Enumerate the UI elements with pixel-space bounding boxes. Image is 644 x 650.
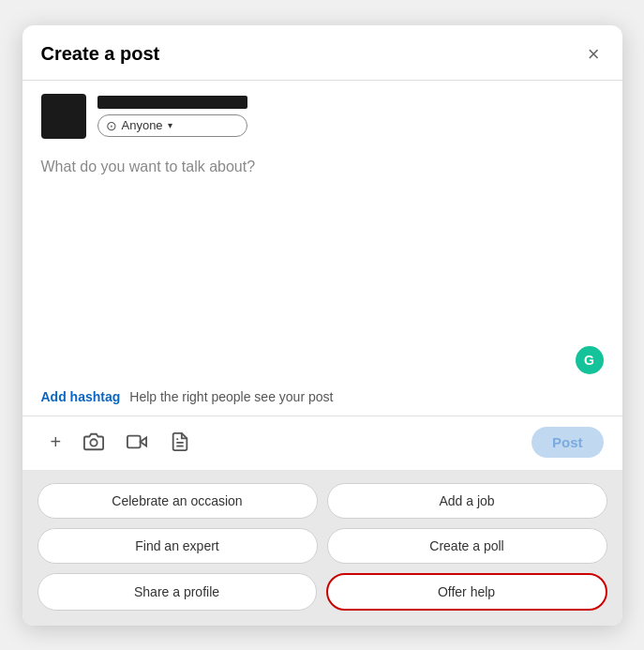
globe-icon: ⊙ [106, 118, 117, 133]
options-row-2: Find an expert Create a poll [37, 528, 607, 564]
camera-icon [83, 431, 104, 452]
audience-label: Anyone [122, 118, 163, 132]
celebrate-occasion-button[interactable]: Celebrate an occasion [37, 483, 318, 519]
grammarly-button[interactable]: G [576, 346, 604, 374]
video-button[interactable] [117, 426, 157, 458]
user-section: ⊙ Anyone ▾ [22, 81, 622, 148]
options-row-1: Celebrate an occasion Add a job [37, 483, 607, 519]
offer-help-button[interactable]: Offer help [326, 573, 607, 611]
modal-title: Create a post [41, 43, 160, 65]
avatar [41, 94, 86, 139]
hashtag-section: Add hashtag Help the right people see yo… [22, 382, 622, 416]
toolbar: + [22, 416, 622, 470]
modal-overlay: Create a post × ⊙ Anyone ▾ What do you w… [0, 0, 644, 650]
post-button[interactable]: Post [532, 427, 604, 458]
plus-icon: + [51, 431, 62, 453]
add-hashtag-link[interactable]: Add hashtag [41, 389, 121, 404]
user-info: ⊙ Anyone ▾ [97, 96, 247, 137]
options-row-3: Share a profile Offer help [37, 573, 607, 611]
create-post-modal: Create a post × ⊙ Anyone ▾ What do you w… [22, 25, 622, 626]
video-icon [127, 431, 147, 452]
user-name-bar [97, 96, 247, 109]
extra-options-section: Celebrate an occasion Add a job Find an … [22, 470, 622, 626]
svg-rect-2 [127, 436, 141, 448]
add-button[interactable]: + [41, 426, 71, 459]
share-profile-button[interactable]: Share a profile [37, 573, 317, 611]
post-input-area[interactable]: What do you want to talk about? [22, 148, 622, 346]
add-job-button[interactable]: Add a job [327, 483, 607, 519]
document-button[interactable] [160, 426, 200, 458]
chevron-down-icon: ▾ [168, 120, 172, 130]
camera-button[interactable] [74, 426, 113, 458]
svg-point-0 [91, 439, 97, 446]
find-expert-button[interactable]: Find an expert [37, 528, 318, 564]
close-button[interactable]: × [584, 40, 604, 68]
post-placeholder: What do you want to talk about? [41, 159, 256, 174]
create-poll-button[interactable]: Create a poll [327, 528, 607, 564]
audience-selector[interactable]: ⊙ Anyone ▾ [97, 114, 247, 137]
svg-marker-1 [141, 437, 146, 446]
modal-header: Create a post × [22, 25, 622, 81]
hashtag-hint: Help the right people see your post [129, 389, 333, 404]
grammarly-area: G [22, 346, 622, 382]
document-icon [170, 431, 190, 452]
